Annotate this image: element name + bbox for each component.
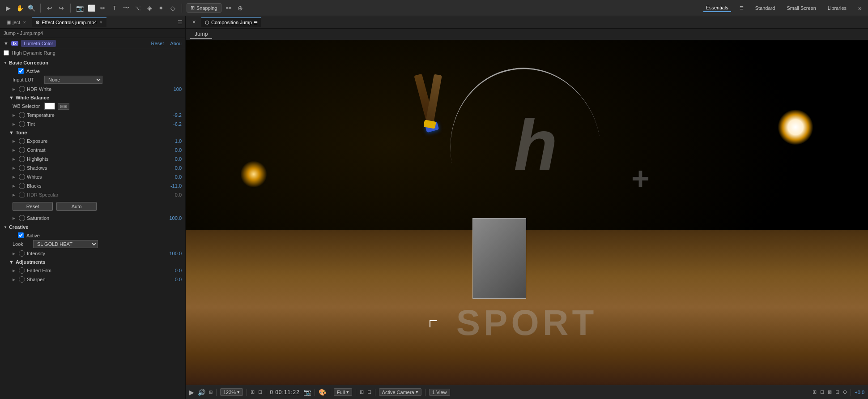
whites-expand[interactable]: ▶ [13, 175, 17, 179]
faded-film-value[interactable]: 0.0 [162, 268, 182, 273]
blacks-reset-btn[interactable] [19, 183, 25, 189]
viewer-snap-icon[interactable]: ⊡ [258, 389, 262, 395]
hdr-white-expand[interactable]: ▶ [13, 87, 17, 91]
clone-tool-icon[interactable]: ⌥ [133, 4, 142, 13]
viewer-grid2-icon[interactable]: ⊞ [360, 389, 364, 395]
undo-icon[interactable]: ↩ [45, 4, 54, 13]
hdr-specular-value[interactable]: 0.0 [162, 192, 182, 197]
reset-effect-button[interactable]: Reset [151, 41, 164, 46]
faded-film-expand[interactable]: ▶ [13, 269, 17, 273]
creative-header[interactable]: ▼ Creative [0, 223, 185, 232]
creative-active-checkbox[interactable] [18, 232, 24, 238]
redo-icon[interactable]: ↪ [57, 4, 66, 13]
sharpen-reset-btn[interactable] [19, 276, 25, 283]
viewer-grid-icon[interactable]: ⊞ [251, 389, 255, 395]
saturation-reset-btn[interactable] [19, 215, 25, 221]
comp-close-icon-btn[interactable]: ✕ [188, 17, 200, 27]
exposure-value[interactable]: 1.0 [162, 138, 182, 144]
tint-value[interactable]: -6.2 [162, 121, 182, 127]
sharpen-value[interactable]: 0.0 [162, 277, 182, 282]
exposure-reset-btn[interactable] [19, 138, 25, 144]
faded-film-reset-btn[interactable] [19, 267, 25, 274]
type-tool-icon[interactable]: T [110, 4, 119, 13]
project-close-icon[interactable]: ✕ [23, 20, 26, 25]
adjustments-header[interactable]: ▼ Adjustments [0, 258, 185, 266]
highlights-expand[interactable]: ▶ [13, 157, 17, 161]
viewer-toggle-1-icon[interactable]: ⊞ [813, 389, 817, 395]
viewer-frame-forward-icon[interactable]: ⊞ [209, 390, 213, 395]
comp-tab-menu-icon[interactable]: ☰ [254, 20, 258, 25]
hdr-specular-expand[interactable]: ▶ [13, 193, 17, 197]
arrow-tool-icon[interactable]: ▶ [4, 4, 13, 13]
contrast-value[interactable]: 0.0 [162, 147, 182, 153]
sharpen-expand[interactable]: ▶ [13, 278, 17, 282]
intensity-expand[interactable]: ▶ [13, 252, 17, 256]
highlights-value[interactable]: 0.0 [162, 156, 182, 162]
input-lut-select[interactable]: None [44, 76, 102, 84]
hdr-checkbox[interactable] [4, 50, 9, 56]
saturation-value[interactable]: 100.0 [162, 215, 182, 221]
effect-controls-tab[interactable]: ⚙ Effect Controls jump.mp4 ✕ [32, 17, 106, 27]
tone-reset-button[interactable]: Reset [13, 202, 53, 211]
mask-icon[interactable]: ⊕ [236, 4, 245, 13]
shadows-reset-btn[interactable] [19, 165, 25, 171]
contrast-reset-btn[interactable] [19, 147, 25, 153]
tone-auto-button[interactable]: Auto [56, 202, 97, 211]
brush-tool-icon[interactable]: 〜 [122, 4, 131, 13]
blacks-expand[interactable]: ▶ [13, 184, 17, 188]
whites-reset-btn[interactable] [19, 174, 25, 180]
tint-expand[interactable]: ▶ [13, 122, 17, 126]
wb-color-swatch[interactable] [44, 103, 55, 110]
temperature-value[interactable]: -9.2 [162, 112, 182, 118]
look-select[interactable]: SL GOLD HEAT [33, 240, 98, 248]
rect-tool-icon[interactable]: ⬜ [87, 4, 96, 13]
shadows-value[interactable]: 0.0 [162, 165, 182, 171]
hand-tool-icon[interactable]: ✋ [15, 4, 24, 13]
exposure-expand[interactable]: ▶ [13, 139, 17, 143]
puppet-tool-icon[interactable]: ✦ [157, 4, 166, 13]
panel-menu-button[interactable]: ☰ [178, 19, 183, 26]
tone-header[interactable]: ▼ Tone [0, 129, 185, 137]
viewer-overlay-icon[interactable]: ⊟ [367, 389, 371, 395]
viewer-toggle-4-icon[interactable]: ⊡ [835, 389, 839, 395]
about-button[interactable]: Abou [170, 41, 182, 46]
workspace-small-screen[interactable]: Small Screen [784, 4, 818, 12]
viewer-speaker-icon[interactable]: 🔊 [198, 389, 205, 396]
comp-viewer[interactable]: h + SPORT [186, 40, 868, 385]
composition-tab[interactable]: ⬡ Composition Jump ☰ [201, 17, 261, 27]
basic-active-checkbox[interactable] [18, 68, 24, 74]
quality-dropdown[interactable]: Full ▾ [334, 388, 352, 396]
workspace-menu-icon[interactable]: ☰ [737, 4, 746, 13]
viewer-toggle-2-icon[interactable]: ⊟ [820, 389, 824, 395]
wb-eyedropper-button[interactable]: ⊟⊞ [58, 103, 69, 110]
zoom-dropdown[interactable]: 123% ▾ [220, 388, 243, 396]
color-wheel-icon[interactable]: 🎨 [319, 389, 326, 396]
whites-value[interactable]: 0.0 [162, 174, 182, 180]
workspace-standard[interactable]: Standard [753, 4, 778, 12]
snap-options-icon[interactable]: ⚯ [224, 4, 233, 13]
comp-tab-close-icon[interactable]: ✕ [192, 19, 196, 25]
camera-dropdown[interactable]: Active Camera ▾ [379, 388, 421, 396]
highlights-reset-btn[interactable] [19, 156, 25, 162]
project-tab[interactable]: ▣ ject ✕ [3, 17, 30, 27]
viewer-toggle-5-icon[interactable]: ⊕ [843, 389, 847, 395]
saturation-expand[interactable]: ▶ [13, 216, 17, 220]
basic-correction-header[interactable]: ▼ Basic Correction [0, 58, 185, 67]
eraser-tool-icon[interactable]: ◈ [145, 4, 154, 13]
snapping-button[interactable]: ⊞ Snapping [187, 3, 221, 13]
workspace-libraries[interactable]: Libraries [825, 4, 849, 12]
pen-tool-icon[interactable]: ✏ [98, 4, 107, 13]
intensity-value[interactable]: 100.0 [162, 251, 182, 256]
temperature-reset-btn[interactable] [19, 112, 25, 118]
effect-controls-close-icon[interactable]: ✕ [99, 20, 103, 25]
temperature-expand[interactable]: ▶ [13, 113, 17, 117]
camera-icon[interactable]: 📷 [75, 4, 84, 13]
white-balance-header[interactable]: ▼ White Balance [0, 94, 185, 102]
blacks-value[interactable]: -11.0 [162, 183, 182, 189]
enable-arrow[interactable]: ▼ [4, 41, 9, 46]
shadows-expand[interactable]: ▶ [13, 166, 17, 170]
hdr-white-reset-btn[interactable] [19, 86, 25, 92]
contrast-expand[interactable]: ▶ [13, 148, 17, 152]
workspace-essentials[interactable]: Essentials [703, 4, 731, 12]
expand-workspaces-icon[interactable]: » [855, 4, 864, 13]
